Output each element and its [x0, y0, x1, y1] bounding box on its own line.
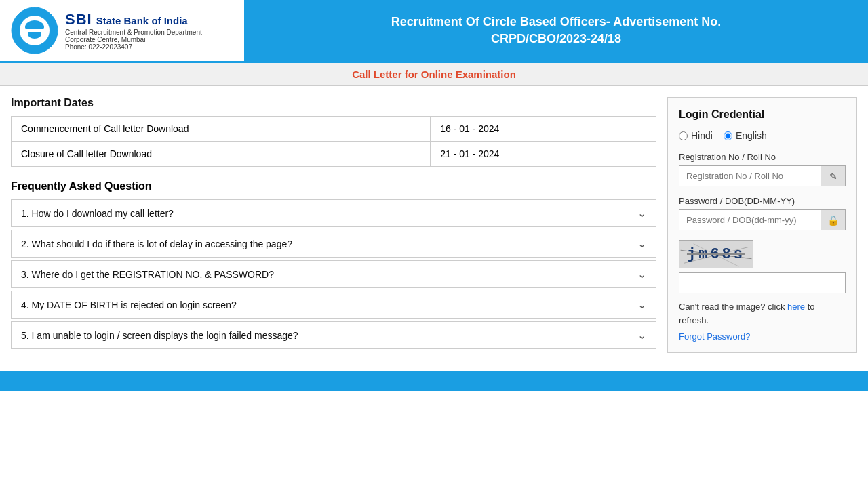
- faq-question-5: 5. I am unable to login / screen display…: [21, 330, 298, 341]
- faq-item-4[interactable]: 4. My DATE OF BIRTH is rejected on login…: [11, 291, 656, 319]
- english-radio-label[interactable]: English: [724, 130, 767, 141]
- sbi-text: SBI State Bank of India Central Recruitm…: [65, 11, 202, 51]
- english-label: English: [736, 130, 767, 141]
- reg-label: Registration No / Roll No: [679, 152, 846, 162]
- reg-input[interactable]: [679, 166, 821, 186]
- page-header: SBI State Bank of India Central Recruitm…: [0, 0, 868, 63]
- sbi-abbr: SBI: [65, 11, 92, 28]
- captcha-image: jm68s: [679, 240, 753, 268]
- captcha-input-wrapper: [679, 272, 846, 293]
- edit-icon: ✎: [821, 166, 845, 186]
- important-dates-title: Important Dates: [11, 97, 656, 109]
- captcha-note: Can't read the image? click here to refr…: [679, 300, 846, 327]
- main-content: Important Dates Commencement of Call let…: [0, 86, 868, 364]
- faq-chevron-2: ⌄: [637, 237, 646, 250]
- date-label-1: Commencement of Call letter Download: [12, 117, 431, 142]
- hindi-radio[interactable]: [679, 131, 688, 140]
- footer: [0, 371, 868, 391]
- sbi-dept1: Central Recruitment & Promotion Departme…: [65, 28, 202, 36]
- table-row: Commencement of Call letter Download 16 …: [12, 117, 656, 142]
- sbi-full-name: State Bank of India: [96, 15, 188, 26]
- sbi-phone: Phone: 022-22023407: [65, 43, 202, 51]
- english-radio[interactable]: [724, 131, 732, 140]
- faq-question-2: 2. What should I do if there is lot of d…: [21, 239, 292, 249]
- faq-question-3: 3. Where do I get the REGISTRATION NO. &…: [21, 269, 274, 280]
- reg-input-wrapper: ✎: [679, 165, 846, 186]
- language-selection: Hindi English: [679, 130, 846, 141]
- password-input[interactable]: [679, 210, 821, 230]
- faq-title: Frequently Asked Question: [11, 180, 656, 192]
- date-value-1: 16 - 01 - 2024: [431, 117, 656, 142]
- svg-rect-4: [24, 29, 45, 32]
- left-panel: Important Dates Commencement of Call let…: [11, 97, 656, 352]
- captcha-text: jm68s: [687, 246, 745, 263]
- faq-item-2[interactable]: 2. What should I do if there is lot of d…: [11, 230, 656, 258]
- header-title-block: Recruitment Of Circle Based Officers- Ad…: [244, 0, 868, 61]
- header-title: Recruitment Of Circle Based Officers- Ad…: [391, 14, 721, 47]
- faq-item-5[interactable]: 5. I am unable to login / screen display…: [11, 321, 656, 349]
- table-row: Closure of Call letter Download 21 - 01 …: [12, 142, 656, 167]
- sbi-logo-icon: [11, 7, 58, 54]
- lock-icon: 🔒: [821, 210, 845, 230]
- faq-item-1[interactable]: 1. How do I download my call letter? ⌄: [11, 199, 656, 227]
- password-input-wrapper: 🔒: [679, 209, 846, 230]
- date-value-2: 21 - 01 - 2024: [431, 142, 656, 167]
- login-panel: Login Credential Hindi English Registrat…: [667, 97, 857, 353]
- sub-header: Call Letter for Online Examination: [0, 63, 868, 86]
- faq-chevron-5: ⌄: [637, 329, 646, 342]
- faq-chevron-1: ⌄: [637, 207, 646, 220]
- faq-chevron-3: ⌄: [637, 268, 646, 281]
- faq-question-4: 4. My DATE OF BIRTH is rejected on login…: [21, 300, 237, 310]
- logo-block: SBI State Bank of India Central Recruitm…: [0, 0, 244, 61]
- login-title: Login Credential: [679, 108, 846, 121]
- forgot-password-link[interactable]: Forgot Password?: [679, 331, 751, 342]
- hindi-label: Hindi: [691, 130, 713, 141]
- faq-question-1: 1. How do I download my call letter?: [21, 208, 174, 219]
- captcha-refresh-link[interactable]: here: [787, 302, 805, 312]
- sub-header-text: Call Letter for Online Examination: [352, 68, 516, 80]
- faq-item-3[interactable]: 3. Where do I get the REGISTRATION NO. &…: [11, 260, 656, 288]
- password-label: Password / DOB(DD-MM-YY): [679, 196, 846, 206]
- dates-table: Commencement of Call letter Download 16 …: [11, 116, 656, 167]
- faq-chevron-4: ⌄: [637, 298, 646, 311]
- sbi-dept2: Corporate Centre, Mumbai: [65, 36, 202, 43]
- hindi-radio-label[interactable]: Hindi: [679, 130, 713, 141]
- captcha-input[interactable]: [679, 273, 845, 293]
- date-label-2: Closure of Call letter Download: [12, 142, 431, 167]
